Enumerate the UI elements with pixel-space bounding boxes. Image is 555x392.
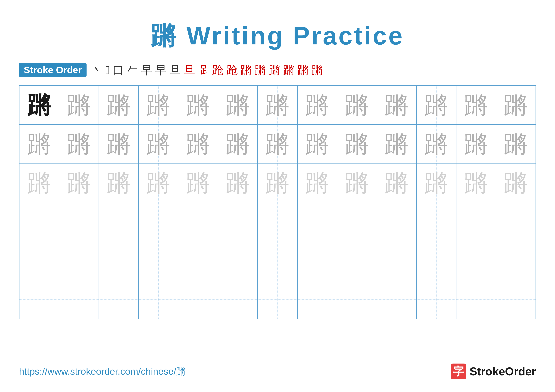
grid-cell-r5c13[interactable] — [496, 241, 536, 280]
grid-cell-r1c2[interactable]: 蹡 — [59, 86, 99, 124]
grid-cell-r1c10[interactable]: 蹡 — [377, 86, 416, 124]
grid-cell-r4c7[interactable] — [258, 202, 297, 241]
grid-cell-r5c11[interactable] — [416, 241, 456, 280]
grid-cell-r2c5[interactable]: 蹡 — [178, 124, 218, 163]
grid-cell-r3c8[interactable]: 蹡 — [297, 163, 337, 202]
grid-cell-r3c1[interactable]: 蹡 — [19, 163, 59, 202]
grid-cell-r5c10[interactable] — [377, 241, 416, 280]
footer-url[interactable]: https://www.strokeorder.com/chinese/蹡 — [19, 365, 186, 378]
grid-cell-r6c8[interactable] — [297, 280, 337, 319]
grid-cell-r1c11[interactable]: 蹡 — [416, 86, 456, 124]
grid-cell-r6c10[interactable] — [377, 280, 416, 319]
grid-cell-r6c3[interactable] — [99, 280, 139, 319]
grid-cell-r1c3[interactable]: 蹡 — [99, 86, 139, 124]
char-display: 蹡 — [424, 93, 448, 117]
char-display: 蹡 — [146, 93, 170, 117]
grid-cell-r1c5[interactable]: 蹡 — [178, 86, 218, 124]
grid-cell-r2c6[interactable]: 蹡 — [218, 124, 258, 163]
grid-cell-r6c1[interactable] — [19, 280, 59, 319]
grid-cell-r4c12[interactable] — [456, 202, 496, 241]
grid-cell-r6c4[interactable] — [139, 280, 178, 319]
grid-cell-r2c13[interactable]: 蹡 — [496, 124, 536, 163]
grid-cell-r2c10[interactable]: 蹡 — [377, 124, 416, 163]
grid-cell-r1c9[interactable]: 蹡 — [337, 86, 377, 124]
grid-cell-r3c5[interactable]: 蹡 — [178, 163, 218, 202]
grid-cell-r6c7[interactable] — [258, 280, 297, 319]
grid-cell-r1c6[interactable]: 蹡 — [218, 86, 258, 124]
grid-cell-r4c13[interactable] — [496, 202, 536, 241]
grid-cell-r3c12[interactable]: 蹡 — [456, 163, 496, 202]
grid-cell-r3c6[interactable]: 蹡 — [218, 163, 258, 202]
grid-cell-r2c4[interactable]: 蹡 — [139, 124, 178, 163]
char-display: 蹡 — [345, 132, 369, 156]
grid-cell-r5c8[interactable] — [297, 241, 337, 280]
grid-cell-r3c7[interactable]: 蹡 — [258, 163, 297, 202]
logo-char: 字 — [453, 364, 464, 379]
stroke-7: 旦 — [169, 64, 181, 76]
grid-cell-r4c6[interactable] — [218, 202, 258, 241]
grid-cell-r5c3[interactable] — [99, 241, 139, 280]
grid-cell-r1c8[interactable]: 蹡 — [297, 86, 337, 124]
footer: https://www.strokeorder.com/chinese/蹡 字 … — [19, 363, 536, 379]
grid-cell-r2c11[interactable]: 蹡 — [416, 124, 456, 163]
grid-cell-r5c5[interactable] — [178, 241, 218, 280]
grid-cell-r2c3[interactable]: 蹡 — [99, 124, 139, 163]
grid-cell-r2c12[interactable]: 蹡 — [456, 124, 496, 163]
char-display: 蹡 — [424, 132, 448, 156]
grid-cell-r4c2[interactable] — [59, 202, 99, 241]
grid-cell-r2c7[interactable]: 蹡 — [258, 124, 297, 163]
grid-cell-r3c13[interactable]: 蹡 — [496, 163, 536, 202]
char-display: 蹡 — [186, 132, 210, 156]
char-display: 蹡 — [385, 171, 409, 195]
grid-cell-r5c7[interactable] — [258, 241, 297, 280]
grid-cell-r5c12[interactable] — [456, 241, 496, 280]
char-display: 蹡 — [226, 132, 250, 156]
grid-cell-r3c11[interactable]: 蹡 — [416, 163, 456, 202]
stroke-order-badge: Stroke Order — [19, 63, 87, 77]
grid-cell-r6c6[interactable] — [218, 280, 258, 319]
logo-icon: 字 — [451, 363, 466, 379]
grid-cell-r2c9[interactable]: 蹡 — [337, 124, 377, 163]
grid-cell-r3c4[interactable]: 蹡 — [139, 163, 178, 202]
grid-cell-r1c12[interactable]: 蹡 — [456, 86, 496, 124]
stroke-sequence: 丶 𠃇 口 𠂉 早 早 旦 旦 𧾷 跄 跄 蹡 蹡 蹡 蹡 蹡 蹡 — [91, 64, 323, 76]
grid-cell-r6c11[interactable] — [416, 280, 456, 319]
grid-cell-r4c1[interactable] — [19, 202, 59, 241]
char-display: 蹡 — [345, 93, 369, 117]
stroke-17: 蹡 — [312, 64, 323, 76]
grid-cell-r5c1[interactable] — [19, 241, 59, 280]
char-display: 蹡 — [107, 132, 131, 156]
char-display: 蹡 — [464, 93, 488, 117]
grid-cell-r4c3[interactable] — [99, 202, 139, 241]
grid-cell-r4c9[interactable] — [337, 202, 377, 241]
grid-cell-r1c13[interactable]: 蹡 — [496, 86, 536, 124]
grid-cell-r6c12[interactable] — [456, 280, 496, 319]
grid-cell-r6c2[interactable] — [59, 280, 99, 319]
grid-cell-r2c2[interactable]: 蹡 — [59, 124, 99, 163]
grid-cell-r4c4[interactable] — [139, 202, 178, 241]
grid-cell-r5c6[interactable] — [218, 241, 258, 280]
grid-cell-r3c3[interactable]: 蹡 — [99, 163, 139, 202]
grid-cell-r5c2[interactable] — [59, 241, 99, 280]
grid-cell-r6c5[interactable] — [178, 280, 218, 319]
stroke-8: 旦 — [184, 64, 195, 76]
grid-cell-r3c2[interactable]: 蹡 — [59, 163, 99, 202]
grid-cell-r1c4[interactable]: 蹡 — [139, 86, 178, 124]
grid-cell-r4c10[interactable] — [377, 202, 416, 241]
grid-cell-r1c1[interactable]: 蹡 — [19, 86, 59, 124]
grid-cell-r3c9[interactable]: 蹡 — [337, 163, 377, 202]
grid-cell-r6c13[interactable] — [496, 280, 536, 319]
grid-cell-r6c9[interactable] — [337, 280, 377, 319]
title-section: 蹡 Writing Practice — [19, 19, 536, 53]
grid-cell-r5c4[interactable] — [139, 241, 178, 280]
grid-cell-r2c8[interactable]: 蹡 — [297, 124, 337, 163]
grid-cell-r5c9[interactable] — [337, 241, 377, 280]
grid-cell-r3c10[interactable]: 蹡 — [377, 163, 416, 202]
grid-cell-r4c5[interactable] — [178, 202, 218, 241]
grid-cell-r4c8[interactable] — [297, 202, 337, 241]
grid-cell-r1c7[interactable]: 蹡 — [258, 86, 297, 124]
stroke-15: 蹡 — [283, 64, 295, 76]
grid-cell-r4c11[interactable] — [416, 202, 456, 241]
grid-cell-r2c1[interactable]: 蹡 — [19, 124, 59, 163]
stroke-3: 口 — [112, 64, 124, 76]
